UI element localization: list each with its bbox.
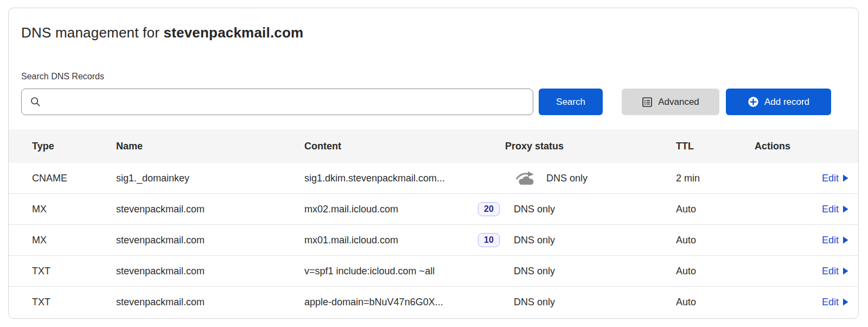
table-row: MX stevenpackmail.com mx01.mail.icloud.c… (9, 224, 858, 255)
edit-record-link[interactable]: Edit (822, 173, 848, 184)
table-body: CNAME sig1._domainkey sig1.dkim.stevenpa… (9, 163, 858, 317)
record-name-cell: stevenpackmail.com (116, 235, 304, 246)
search-button-label: Search (556, 97, 585, 108)
page-title-domain: stevenpackmail.com (163, 24, 303, 41)
page-title-prefix: DNS management for (21, 24, 163, 41)
chevron-right-icon (843, 267, 848, 275)
record-content-cell: mx02.mail.icloud.com 20 (304, 202, 505, 216)
record-type-cell: CNAME (9, 173, 116, 184)
advanced-button-label: Advanced (658, 97, 699, 108)
record-content-cell: apple-domain=bNuV47n6G0X... (304, 297, 505, 308)
proxy-status-cell: DNS only (505, 297, 676, 308)
search-toolbar: Search Advanced (21, 89, 858, 115)
edit-record-link[interactable]: Edit (822, 204, 848, 215)
table-header-row: Type Name Content Proxy status TTL Actio… (9, 129, 858, 163)
record-ttl: 2 min (676, 173, 700, 184)
record-ttl: Auto (676, 297, 696, 307)
header-actions: Actions (755, 141, 858, 152)
record-type-cell: TXT (9, 266, 116, 277)
add-record-button[interactable]: Add record (726, 89, 831, 115)
advanced-button[interactable]: Advanced (622, 89, 719, 115)
record-actions-cell: Edit (755, 204, 858, 215)
record-ttl-cell: 2 min (676, 173, 755, 184)
search-icon (30, 96, 41, 108)
record-type-cell: MX (9, 235, 116, 246)
table-row: TXT stevenpackmail.com v=spf1 include:ic… (9, 255, 858, 286)
record-content: apple-domain=bNuV47n6G0X... (304, 297, 443, 308)
priority-badge: 20 (478, 202, 500, 216)
record-name: stevenpackmail.com (116, 297, 205, 307)
table-row: TXT stevenpackmail.com apple-domain=bNuV… (9, 286, 858, 317)
table-row: MX stevenpackmail.com mx02.mail.icloud.c… (9, 193, 858, 224)
edit-link-label: Edit (822, 235, 839, 246)
advanced-list-icon (642, 97, 653, 108)
proxy-status-cell: DNS only (505, 235, 676, 246)
edit-link-label: Edit (822, 204, 839, 215)
proxy-status-label: DNS only (514, 235, 555, 246)
record-name: stevenpackmail.com (116, 204, 205, 215)
record-ttl-cell: Auto (676, 266, 755, 277)
search-button[interactable]: Search (539, 89, 603, 115)
record-name: stevenpackmail.com (116, 235, 205, 246)
record-type-cell: TXT (9, 297, 116, 308)
search-input[interactable] (41, 97, 533, 108)
edit-record-link[interactable]: Edit (822, 266, 848, 277)
chevron-right-icon (843, 174, 848, 182)
priority-badge: 10 (478, 233, 500, 247)
edit-record-link[interactable]: Edit (822, 235, 848, 246)
record-name: sig1._domainkey (116, 173, 189, 184)
record-content: mx01.mail.icloud.com (304, 235, 398, 246)
record-ttl: Auto (676, 266, 696, 276)
record-content-cell: sig1.dkim.stevenpackmail.com... (304, 173, 505, 184)
cloud-dns-only-icon (514, 170, 538, 186)
record-type: MX (32, 204, 47, 215)
record-ttl: Auto (676, 204, 696, 215)
record-ttl-cell: Auto (676, 204, 755, 215)
record-actions-cell: Edit (755, 235, 858, 246)
dns-management-card: DNS management for stevenpackmail.com Se… (8, 8, 859, 319)
proxy-status-cell: DNS only (505, 170, 676, 186)
proxy-status-label: DNS only (514, 266, 555, 277)
record-type: CNAME (32, 173, 67, 184)
header-type: Type (9, 141, 116, 152)
plus-circle-icon (748, 96, 759, 108)
header-content: Content (304, 141, 505, 152)
record-type: MX (32, 235, 47, 246)
proxy-status-cell: DNS only (505, 204, 676, 215)
search-input-container[interactable] (21, 89, 533, 115)
proxy-status-cell: DNS only (505, 266, 676, 277)
chevron-right-icon (843, 236, 848, 244)
record-content: mx02.mail.icloud.com (304, 204, 398, 215)
record-name-cell: sig1._domainkey (116, 173, 304, 184)
header-ttl: TTL (676, 141, 755, 152)
edit-link-label: Edit (822, 266, 839, 277)
record-type: TXT (32, 266, 50, 276)
header-proxy-status: Proxy status (505, 141, 676, 152)
record-content: sig1.dkim.stevenpackmail.com... (304, 173, 445, 184)
proxy-status-label: DNS only (546, 173, 588, 184)
chevron-right-icon (843, 298, 848, 306)
record-content-cell: v=spf1 include:icloud.com ~all (304, 266, 505, 277)
record-ttl-cell: Auto (676, 297, 755, 308)
record-ttl: Auto (676, 235, 696, 246)
search-label: Search DNS Records (21, 72, 858, 81)
proxy-status-label: DNS only (514, 204, 555, 215)
table-row: CNAME sig1._domainkey sig1.dkim.stevenpa… (9, 163, 858, 193)
record-actions-cell: Edit (755, 297, 858, 308)
edit-link-label: Edit (822, 173, 839, 184)
record-name: stevenpackmail.com (116, 266, 205, 276)
proxy-status-label: DNS only (514, 297, 555, 308)
record-name-cell: stevenpackmail.com (116, 297, 304, 308)
add-record-button-label: Add record (764, 97, 809, 108)
record-content-cell: mx01.mail.icloud.com 10 (304, 233, 505, 247)
dns-records-table: Type Name Content Proxy status TTL Actio… (9, 129, 858, 317)
edit-record-link[interactable]: Edit (822, 297, 848, 308)
record-actions-cell: Edit (755, 266, 858, 277)
chevron-right-icon (843, 205, 848, 213)
record-content: v=spf1 include:icloud.com ~all (304, 266, 435, 277)
record-type-cell: MX (9, 204, 116, 215)
header-name: Name (116, 141, 304, 152)
edit-link-label: Edit (822, 297, 839, 308)
record-ttl-cell: Auto (676, 235, 755, 246)
page-title: DNS management for stevenpackmail.com (21, 24, 858, 41)
